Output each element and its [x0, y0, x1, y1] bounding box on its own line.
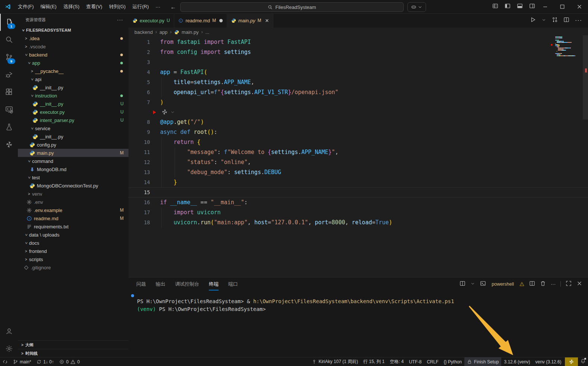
minimize-button[interactable]: [537, 0, 554, 13]
status-python-env[interactable]: venv (3.12.6): [533, 357, 564, 366]
breadcrumb-item-app[interactable]: app: [159, 29, 168, 35]
status-eol[interactable]: CRLF: [424, 357, 441, 366]
status-finish-setup[interactable]: Finish Setup: [464, 357, 501, 366]
chevron-down-icon[interactable]: [170, 109, 175, 116]
activity-run-debug[interactable]: [0, 66, 18, 83]
tree-item-scripts[interactable]: >scripts: [18, 255, 128, 263]
activity-explorer[interactable]: 1: [0, 13, 18, 31]
status-remote-indicator[interactable]: [0, 357, 10, 366]
activity-remote-explorer[interactable]: [0, 101, 18, 118]
menu-g[interactable]: 转到(G): [106, 2, 129, 12]
panel-tab-[interactable]: 输出: [156, 277, 165, 290]
tree-item-idea[interactable]: >.idea: [18, 34, 128, 42]
menu-s[interactable]: 选择(S): [60, 2, 83, 12]
run-button[interactable]: [530, 17, 536, 24]
tree-item-readme-md[interactable]: readme.mdM: [18, 214, 128, 222]
menu-f[interactable]: 文件(F): [15, 2, 37, 12]
trash-button[interactable]: [540, 280, 546, 288]
tree-item-init-py[interactable]: __init__.py: [18, 132, 128, 141]
status-problems[interactable]: 00: [57, 357, 82, 366]
tree-item-main-py[interactable]: main.pyM: [18, 149, 128, 157]
status-git-branch[interactable]: main*: [10, 357, 34, 366]
tree-item-requirements-txt[interactable]: requirements.txt: [18, 222, 128, 231]
maximize-win-button[interactable]: [554, 0, 571, 13]
activity-accounts[interactable]: [0, 322, 18, 340]
tab-executor-py[interactable]: executor.pyU: [128, 13, 174, 28]
activity-extensions[interactable]: [0, 83, 18, 101]
code-editor[interactable]: 1from fastapi import FastAPI2from config…: [128, 36, 588, 228]
tree-item-gitignore[interactable]: .gitignore: [18, 263, 128, 272]
menu-[interactable]: ···: [152, 2, 163, 12]
status-cursor-position[interactable]: 行 15, 列 1: [360, 357, 387, 366]
chevron-down-button[interactable]: [541, 17, 546, 24]
tree-item-service[interactable]: >service: [18, 124, 128, 132]
status-notifications[interactable]: [578, 357, 588, 366]
menu-r[interactable]: 运行(R): [129, 2, 152, 12]
tree-item-config-py[interactable]: config.py: [18, 141, 128, 149]
ai-pinwheel-icon[interactable]: [161, 109, 168, 117]
close-button[interactable]: [571, 0, 588, 13]
activity-source-control[interactable]: 9: [0, 48, 18, 66]
menu-v[interactable]: 查看(V): [83, 2, 105, 12]
tree-item-mongodbconnectiontest-py[interactable]: MongoDBConnectionTest.py: [18, 182, 128, 190]
split-button[interactable]: [529, 280, 535, 288]
panel-tab-[interactable]: 问题: [136, 277, 146, 290]
status-extension-gold[interactable]: [565, 357, 578, 366]
breadcrumb-item-main-py[interactable]: main.py: [182, 29, 199, 35]
tree-item-test[interactable]: >test: [18, 173, 128, 182]
breadcrumb-item-[interactable]: ...: [205, 29, 209, 35]
panel-tab-[interactable]: 终端: [209, 277, 219, 290]
tree-item-app[interactable]: >app: [18, 59, 128, 67]
tab-main-py[interactable]: main.pyM✕: [227, 13, 273, 28]
tree-item-venv[interactable]: >venv: [18, 190, 128, 198]
split-button[interactable]: [460, 280, 465, 288]
terminal[interactable]: PS H:\OwnProject\FilesReadSysteam> & h:\…: [128, 290, 588, 313]
status-blame[interactable]: KiriAky 107 (1 周前): [309, 357, 361, 366]
status-indentation[interactable]: 空格: 4: [387, 357, 406, 366]
back-arrow-icon[interactable]: ←: [170, 4, 176, 10]
tree-item-instruction[interactable]: >instruction: [18, 92, 128, 100]
tree-item-vscode[interactable]: >.vscode: [18, 42, 128, 51]
breadcrumb[interactable]: backend›app›main.py›...: [128, 28, 588, 36]
tree-item-init-py[interactable]: __init__.py: [18, 83, 128, 92]
tree-item-mongodb-md[interactable]: MongoDB.md: [18, 165, 128, 173]
tree-item-command[interactable]: >command: [18, 157, 128, 165]
split-button[interactable]: [563, 17, 569, 24]
layout-button[interactable]: [492, 3, 498, 10]
status-git-sync[interactable]: 1↓ 0↑: [34, 357, 57, 366]
terminal-instance-label[interactable]: powershell: [492, 282, 514, 287]
tree-item-executor-py[interactable]: executor.pyU: [18, 108, 128, 116]
close-tab-icon[interactable]: ✕: [265, 18, 269, 23]
tree-item-env-example[interactable]: .env.exampleM: [18, 206, 128, 214]
status-python-interpreter[interactable]: 3.12.6 (venv): [501, 357, 533, 366]
more-actions-icon[interactable]: ···: [551, 281, 556, 287]
more-actions-icon[interactable]: ···: [575, 17, 582, 24]
tab-readme-md[interactable]: readme.mdM: [174, 13, 227, 28]
tree-item-docs[interactable]: >docs: [18, 239, 128, 247]
terminal-button[interactable]: [480, 280, 486, 288]
activity-search[interactable]: [0, 31, 18, 48]
tree-item-env[interactable]: .env: [18, 198, 128, 206]
panel-tab-[interactable]: 调试控制台: [175, 277, 199, 290]
tree-item-frontend[interactable]: >frontend: [18, 247, 128, 255]
copilot-button[interactable]: [407, 2, 426, 12]
close-button[interactable]: [576, 280, 582, 288]
panel-bottom-button[interactable]: [517, 3, 523, 10]
panel-tab-[interactable]: 端口: [228, 277, 238, 290]
panel-left-button[interactable]: [505, 3, 511, 10]
status-encoding[interactable]: UTF-8: [406, 357, 424, 366]
tree-item-init-py[interactable]: __init__.pyU: [18, 100, 128, 108]
explorer-more-actions[interactable]: ···: [117, 17, 123, 23]
maximize-button[interactable]: [566, 280, 572, 288]
command-center-search[interactable]: FilesReadSysteam: [180, 2, 404, 12]
activity-manage[interactable]: [0, 340, 18, 357]
tree-item-data-uploads[interactable]: >data \ uploads: [18, 231, 128, 239]
minimap[interactable]: [555, 36, 580, 57]
editor-scrollbar[interactable]: [583, 35, 588, 119]
tree-item-api[interactable]: >api: [18, 75, 128, 83]
panel-right-button[interactable]: [529, 3, 535, 10]
activity-ai-extension[interactable]: [0, 136, 18, 153]
menu-e[interactable]: 编辑(E): [37, 2, 60, 12]
breadcrumb-item-backend[interactable]: backend: [134, 29, 153, 35]
status-language-mode[interactable]: {} Python: [441, 357, 464, 366]
